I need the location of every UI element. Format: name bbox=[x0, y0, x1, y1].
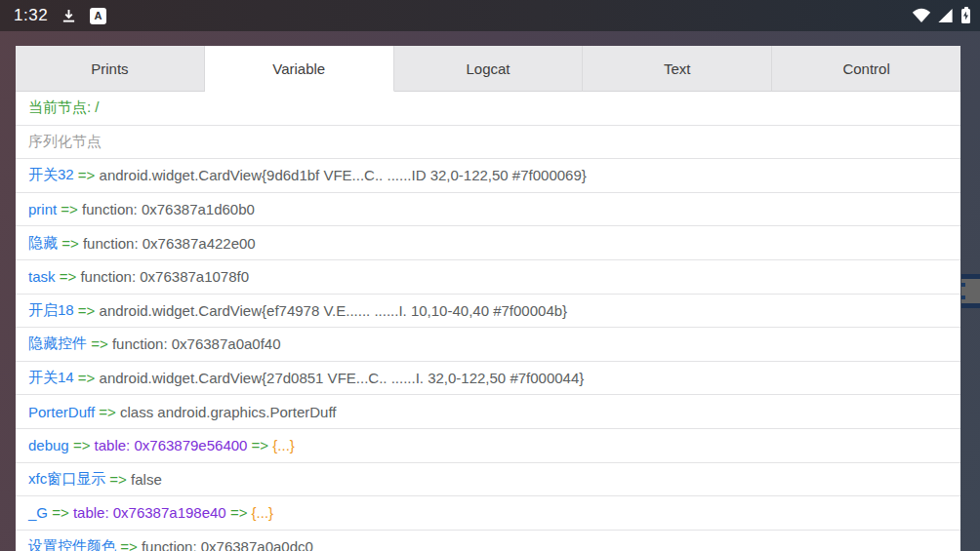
wifi-icon bbox=[912, 8, 931, 23]
variable-row[interactable]: _G => table: 0x76387a198e40 => {...} bbox=[16, 496, 960, 531]
row-segment-key: 隐藏控件 bbox=[28, 335, 87, 353]
variable-row[interactable]: task => function: 0x76387a1078f0 bbox=[16, 260, 960, 295]
row-segment-arrow: => bbox=[120, 538, 138, 551]
tab-text[interactable]: Text bbox=[583, 46, 772, 92]
row-segment-green: 当前节点: / bbox=[28, 98, 100, 117]
status-bar-right bbox=[912, 8, 970, 23]
row-segment-arrow: => bbox=[61, 235, 79, 252]
row-segment-arrow: => bbox=[78, 167, 96, 183]
status-bar: 1:32 A bbox=[0, 0, 980, 31]
row-segment-key: xfc窗口显示 bbox=[28, 470, 105, 489]
row-segment-value: class android.graphics.PorterDuff bbox=[120, 404, 337, 420]
row-segment-table: table: 0x763879e56400 bbox=[95, 437, 248, 453]
row-segment-value: android.widget.CardView{27d0851 VFE...C.… bbox=[100, 370, 585, 386]
row-segment-value: function: 0x76387a422e00 bbox=[83, 235, 256, 252]
row-segment-key: print bbox=[28, 201, 57, 217]
variable-row[interactable]: debug => table: 0x763879e56400 => {...} bbox=[16, 429, 960, 463]
variable-row[interactable]: print => function: 0x76387a1d60b0 bbox=[16, 193, 960, 227]
row-segment-key: 开启18 bbox=[28, 301, 74, 320]
row-segment-key: debug bbox=[28, 437, 69, 453]
row-segment-arrow: => bbox=[230, 504, 248, 521]
floating-handle-grip bbox=[961, 279, 980, 303]
download-icon bbox=[61, 9, 76, 23]
row-segment-arrow: => bbox=[73, 437, 91, 453]
row-segment-arrow: => bbox=[60, 268, 77, 285]
row-segment-key: PorterDuff bbox=[28, 404, 95, 420]
row-segment-arrow: => bbox=[91, 335, 108, 352]
row-segment-braces: {...} bbox=[252, 504, 274, 521]
variable-row[interactable]: 隐藏控件 => function: 0x76387a0a0f40 bbox=[16, 328, 960, 362]
row-segment-key: 设置控件颜色 bbox=[28, 537, 116, 551]
row-segment-key: 开关32 bbox=[28, 166, 74, 184]
floating-handle-bottom-bar bbox=[961, 303, 980, 308]
row-segment-arrow: => bbox=[78, 302, 96, 319]
floating-handle[interactable] bbox=[961, 274, 980, 308]
row-segment-arrow: => bbox=[52, 504, 69, 521]
row-segment-value: function: 0x76387a0a0f40 bbox=[112, 335, 281, 352]
row-segment-arrow: => bbox=[78, 370, 96, 386]
row-segment-value: function: 0x76387a0a0dc0 bbox=[142, 538, 313, 551]
row-segment-arrow: => bbox=[99, 404, 116, 420]
signal-icon bbox=[937, 8, 954, 23]
variable-row[interactable]: 序列化节点 bbox=[16, 126, 960, 160]
tab-variable[interactable]: Variable bbox=[205, 46, 394, 92]
row-segment-key: 隐藏 bbox=[28, 234, 58, 253]
row-segment-table: table: 0x76387a198e40 bbox=[73, 504, 226, 521]
variable-row[interactable]: 开关14 => android.widget.CardView{27d0851 … bbox=[16, 362, 960, 396]
variable-row[interactable]: xfc窗口显示 => false bbox=[16, 463, 960, 497]
row-segment-key: 开关14 bbox=[28, 369, 74, 387]
status-time: 1:32 bbox=[14, 6, 48, 25]
row-segment-arrow: => bbox=[61, 201, 78, 217]
variable-row[interactable]: 开启18 => android.widget.CardView{ef74978 … bbox=[16, 295, 960, 329]
variable-row[interactable]: 当前节点: / bbox=[16, 92, 960, 126]
variable-row[interactable]: 设置控件颜色 => function: 0x76387a0a0dc0 bbox=[16, 531, 960, 551]
row-segment-arrow: => bbox=[252, 437, 269, 453]
status-bar-left: 1:32 A bbox=[14, 6, 106, 25]
row-segment-braces: {...} bbox=[272, 437, 295, 453]
variable-panel: PrintsVariableLogcatTextControl 当前节点: /序… bbox=[16, 46, 960, 551]
tab-prints[interactable]: Prints bbox=[16, 46, 205, 92]
row-segment-value: function: 0x76387a1d60b0 bbox=[82, 201, 255, 217]
tab-bar: PrintsVariableLogcatTextControl bbox=[16, 46, 960, 92]
variable-row[interactable]: 隐藏 => function: 0x76387a422e00 bbox=[16, 226, 960, 260]
row-segment-value: android.widget.CardView{9d6d1bf VFE...C.… bbox=[100, 167, 587, 183]
tab-control[interactable]: Control bbox=[772, 46, 960, 92]
row-segment-value: android.widget.CardView{ef74978 V.E.....… bbox=[100, 302, 568, 319]
row-segment-key: _G bbox=[28, 504, 48, 521]
row-segment-key: task bbox=[28, 268, 56, 285]
row-segment-muted: 序列化节点 bbox=[28, 133, 102, 151]
row-segment-value: false bbox=[131, 471, 162, 488]
battery-charging-icon bbox=[961, 9, 970, 23]
variable-list: 当前节点: /序列化节点开关32 => android.widget.CardV… bbox=[16, 92, 960, 551]
tab-logcat[interactable]: Logcat bbox=[394, 46, 584, 92]
variable-row[interactable]: 开关32 => android.widget.CardView{9d6d1bf … bbox=[16, 159, 960, 193]
row-segment-arrow: => bbox=[109, 471, 127, 488]
app-notification-icon: A bbox=[90, 8, 106, 24]
row-segment-value: function: 0x76387a1078f0 bbox=[80, 268, 249, 285]
variable-row[interactable]: PorterDuff => class android.graphics.Por… bbox=[16, 395, 960, 429]
